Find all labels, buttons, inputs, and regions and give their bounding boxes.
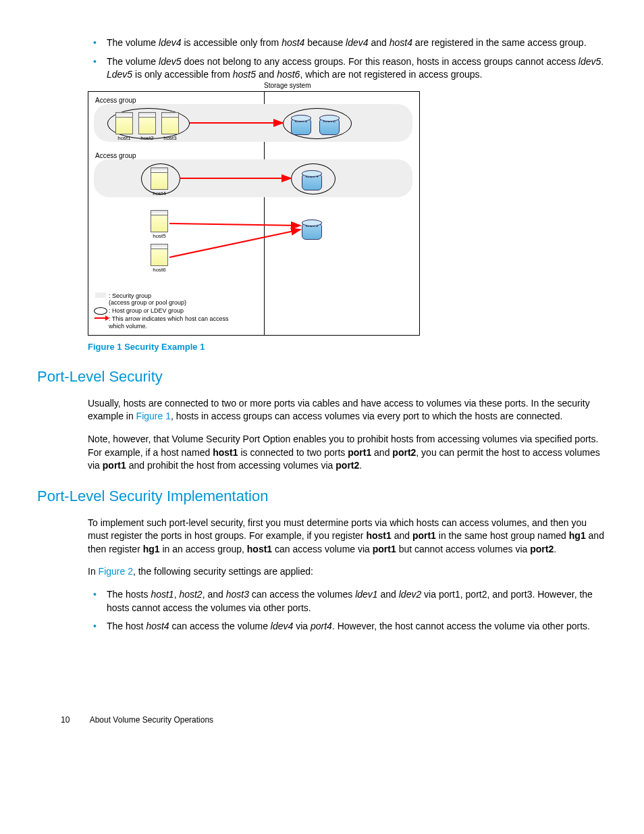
heading-port-level-security-implementation: Port-Level Security Implementation	[37, 486, 607, 507]
paragraph: To implement such port-level security, f…	[88, 517, 607, 556]
top-bullet-list: The volume ldev4 is accessible only from…	[88, 36, 607, 82]
figure-1-link[interactable]: Figure 1	[136, 411, 171, 421]
security-diagram: Storage system Access group host1 host2 …	[88, 91, 420, 336]
ldev-icon: ldev5	[302, 217, 322, 240]
svg-line-3	[169, 230, 300, 257]
bottom-bullet-list: The hosts host1, host2, and host3 can ac…	[88, 588, 607, 633]
paragraph: Note, however, that Volume Security Port…	[88, 433, 607, 473]
figure-caption: Figure 1 Security Example 1	[88, 341, 607, 353]
legend-swatch-icon	[95, 292, 106, 298]
list-item: The host host4 can access the volume lde…	[100, 620, 607, 633]
page-number: 10	[61, 714, 88, 726]
paragraph: In Figure 2, the following security sett…	[88, 565, 607, 579]
legend-arrow-icon	[95, 317, 107, 319]
host-icon: host5	[151, 210, 168, 240]
ldev-icon: ldev1	[291, 112, 311, 135]
ldev-icon: ldev4	[302, 167, 322, 190]
svg-line-2	[169, 224, 300, 226]
figure-2-link[interactable]: Figure 2	[99, 566, 133, 577]
ldev-icon: ldev2	[319, 112, 340, 135]
host-icon: host3	[161, 112, 179, 142]
diagram-legend: : Security group (access group or pool g…	[92, 292, 261, 331]
list-item: The volume ldev4 is accessible only from…	[100, 36, 607, 50]
host-icon: host4	[151, 167, 168, 197]
host-icon: host1	[115, 112, 133, 142]
storage-system-label: Storage system	[264, 81, 311, 90]
page-content: The volume ldev4 is accessible only from…	[88, 36, 607, 633]
page-footer: 10 About Volume Security Operations	[37, 714, 607, 726]
list-item: The hosts host1, host2, and host3 can ac…	[100, 588, 607, 615]
list-item: The volume ldev5 does not belong to any …	[100, 55, 607, 82]
host-icon: host6	[151, 244, 168, 273]
legend-oval-icon	[94, 307, 107, 315]
host-icon: host2	[138, 112, 156, 142]
heading-port-level-security: Port-Level Security	[37, 367, 607, 388]
footer-title: About Volume Security Operations	[90, 715, 213, 725]
paragraph: Usually, hosts are connected to two or m…	[88, 397, 607, 423]
